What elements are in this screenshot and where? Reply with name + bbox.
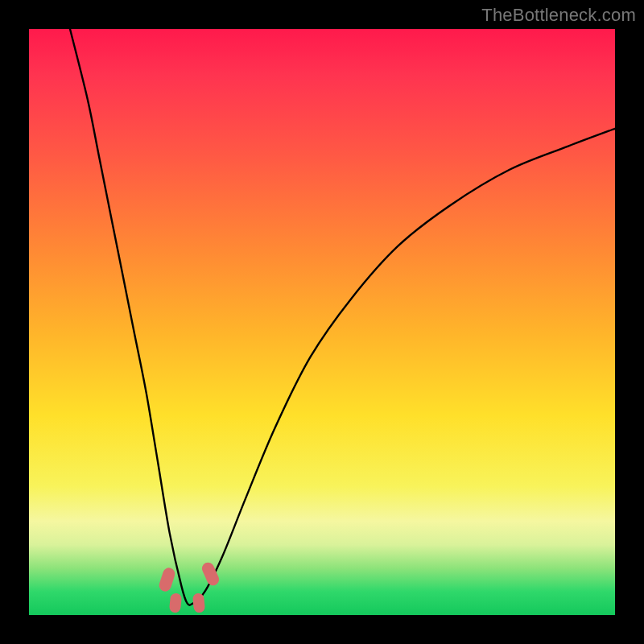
- plot-area: [29, 29, 615, 615]
- curve-markers: [29, 29, 615, 615]
- marker-right-edge-min: [200, 560, 221, 588]
- marker-valley-left: [169, 593, 182, 613]
- marker-left-edge-min: [157, 567, 176, 593]
- watermark-text: TheBottleneck.com: [481, 5, 636, 26]
- marker-valley-right: [192, 593, 205, 613]
- outer-frame: TheBottleneck.com: [0, 0, 644, 644]
